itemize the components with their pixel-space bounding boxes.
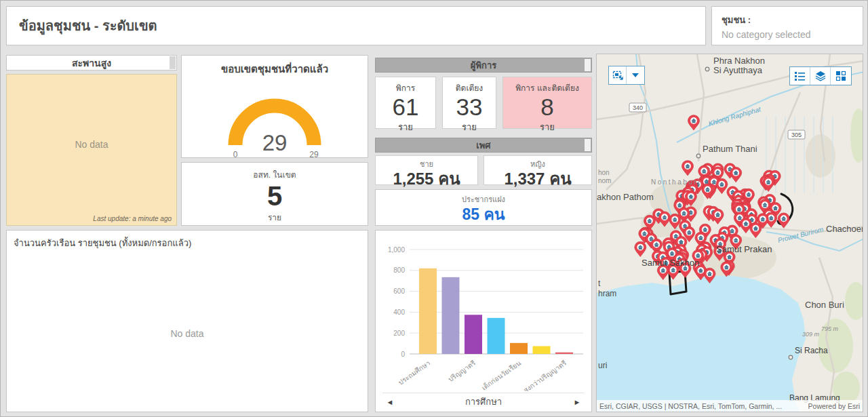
stat-value: 1,255 คน	[376, 170, 477, 188]
stat-card-hidden-population: ประชากรแฝง 85 คน	[375, 189, 592, 226]
map-area-button[interactable]	[609, 66, 627, 84]
stat-unit: ราย	[443, 120, 496, 134]
district-indicator-panel: No data Last update: a minute ago	[6, 74, 177, 226]
bar[interactable]	[488, 318, 505, 354]
stat-label: หญิง	[484, 158, 591, 170]
attribution-sources: Esri, CGIAR, USGS | NOSTRA, Esri, TomTom…	[599, 402, 782, 410]
map-place-label: 309 m	[802, 331, 820, 338]
svg-text:600: 600	[393, 287, 405, 295]
svg-text:200: 200	[393, 330, 405, 337]
map-area-icon	[612, 70, 623, 81]
bar-chart: 02004006008001,000ประถมศึกษาปริญญาตรีเด็…	[376, 231, 591, 391]
stat-card-disabled: พิการ 61 ราย	[375, 77, 436, 129]
town-marker	[705, 67, 709, 71]
chart-next-icon[interactable]: ►	[570, 398, 585, 406]
bar[interactable]	[442, 277, 460, 354]
map-place-label: Samut Prakan	[716, 244, 772, 254]
svg-text:305: 305	[791, 132, 802, 138]
district-scrollbar[interactable]	[170, 56, 176, 69]
gauge-min: 0	[233, 150, 238, 159]
map-place-label: 795 m	[821, 325, 839, 332]
map-place-label: nom	[598, 177, 611, 184]
chart-prev-icon[interactable]: ◄	[382, 398, 397, 406]
gender-header-scrollbar[interactable]	[585, 139, 591, 151]
households-title: จำนวนครัวเรือน รายชุมชน (ทั้งหมด/กรอกแล้…	[7, 231, 368, 256]
stat-label: ประชากรแฝง	[376, 193, 591, 205]
page-title-text: ข้อมูลชุมชน - ระดับเขต	[19, 15, 157, 37]
map-panel[interactable]: 340305Phra NakhonSi AyutthayaKhlong Raph…	[596, 54, 863, 412]
households-panel: จำนวนครัวเรือน รายชุมชน (ทั้งหมด/กรอกแล้…	[6, 230, 368, 412]
stat-unit: ราย	[376, 120, 435, 134]
map-place-label: hon	[598, 169, 610, 176]
volunteers-unit: ราย	[182, 211, 368, 224]
stat-label: พิการ	[376, 81, 435, 94]
map-place-label: Chachoeng	[826, 224, 863, 234]
layers-button[interactable]	[810, 67, 831, 85]
map-place-label: Phra Nakhon	[713, 56, 765, 66]
map-water	[597, 276, 806, 412]
map-tool-group	[608, 66, 645, 85]
no-data-text: No data	[7, 256, 368, 412]
stat-card-male: ชาย 1,255 คน	[375, 155, 478, 185]
disability-header-scrollbar[interactable]	[585, 59, 591, 71]
no-data-text: No data	[7, 139, 176, 150]
stat-value: 8	[503, 94, 591, 120]
stat-card-bedridden: ติดเตียง 33 ราย	[442, 77, 496, 129]
category-label: ชุมชน :	[722, 13, 863, 27]
caret-down-icon	[632, 73, 639, 77]
basemap-icon	[835, 71, 846, 81]
map-place-label: Pathum Thani	[703, 144, 757, 154]
svg-text:800: 800	[393, 266, 405, 274]
stat-label: ชาย	[376, 158, 477, 170]
stat-value: 33	[443, 94, 496, 120]
x-tick-label: ปริญญาตรี	[447, 359, 477, 383]
svg-text:400: 400	[393, 309, 405, 316]
district-selector[interactable]: สะพานสูง	[6, 55, 177, 71]
stat-label: ติดเตียง	[443, 81, 496, 94]
map-place-label: Nonthaburi	[651, 178, 701, 186]
map-attribution: Esri, CGIAR, USGS | NOSTRA, Esri, TomTom…	[597, 400, 863, 412]
svg-text:340: 340	[633, 104, 643, 111]
gauge-value: 29	[262, 130, 288, 155]
map-tools-dropdown-button[interactable]	[627, 66, 644, 84]
bar[interactable]	[419, 269, 437, 354]
page-title: ข้อมูลชุมชน - ระดับเขต	[6, 6, 706, 45]
map-widget-group	[789, 66, 852, 85]
category-selector-panel[interactable]: ชุมชน : No category selected	[711, 6, 863, 45]
stat-card-disabled-and-bedridden: พิการ และติดเตียง 8 ราย	[502, 77, 592, 129]
stat-value: 85 คน	[376, 205, 591, 223]
education-chart-panel: 02004006008001,000ประถมศึกษาปริญญาตรีเด็…	[375, 230, 592, 412]
legend-icon	[794, 71, 806, 81]
bar[interactable]	[465, 315, 482, 354]
map-place-label: hram	[598, 289, 616, 298]
stat-card-female: หญิง 1,337 คน	[484, 155, 592, 185]
gauge-max: 29	[309, 150, 319, 159]
gauge-chart: 29 0 29	[182, 77, 368, 160]
svg-text:0: 0	[401, 351, 405, 358]
gender-section-header: เพศ	[375, 138, 592, 153]
last-update-text: Last update: a minute ago	[93, 215, 172, 222]
bar[interactable]	[533, 346, 551, 354]
community-boundary-gauge-panel: ขอบเขตชุมชนที่วาดแล้ว 29 0 29	[181, 55, 368, 158]
x-tick-label: ประถมศึกษา	[397, 359, 431, 386]
bar[interactable]	[510, 343, 528, 354]
svg-text:1,000: 1,000	[388, 246, 405, 254]
map-place-label: uri	[598, 361, 607, 370]
volunteers-panel: อสท. ในเขต 5 ราย	[181, 162, 368, 226]
stat-value: 1,337 คน	[484, 170, 591, 188]
town-marker	[696, 154, 701, 158]
disability-header-text: ผู้พิการ	[471, 58, 496, 73]
legend-button[interactable]	[790, 67, 810, 85]
x-tick-label: เด็กก่อนวัยเรียน	[479, 358, 522, 391]
chart-axis-title: การศึกษา	[397, 395, 570, 409]
map-canvas[interactable]: 340305Phra NakhonSi AyutthayaKhlong Raph…	[597, 54, 863, 412]
bar[interactable]	[555, 353, 573, 354]
category-value: No category selected	[722, 29, 863, 40]
chart-category-pager: ◄ การศึกษา ►	[382, 393, 585, 410]
stat-label: พิการ และติดเตียง	[503, 81, 591, 94]
map-place-label: akhon Pathom	[597, 192, 654, 202]
gauge-title: ขอบเขตชุมชนที่วาดแล้ว	[182, 61, 368, 77]
gender-header-text: เพศ	[476, 138, 490, 153]
volunteers-value: 5	[182, 181, 368, 211]
basemap-button[interactable]	[831, 67, 851, 85]
